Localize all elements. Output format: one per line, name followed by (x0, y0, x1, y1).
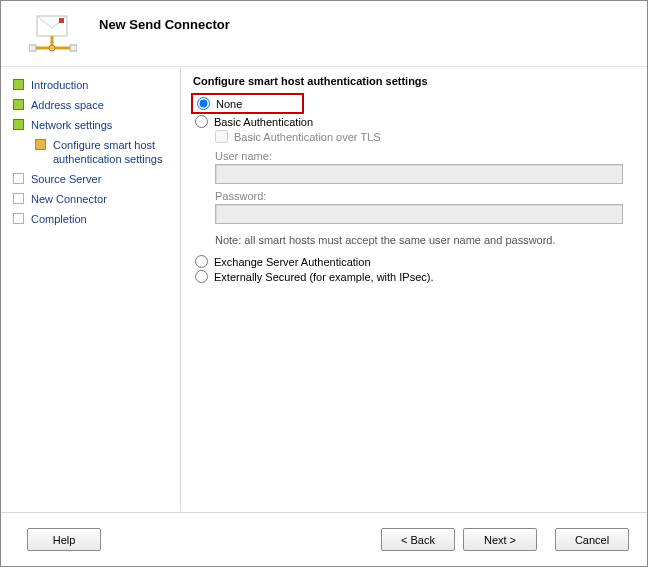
checkbox-basic-tls (215, 130, 228, 143)
mail-connector-icon (29, 14, 77, 58)
step-label: New Connector (31, 192, 107, 206)
wizard-steps-sidebar: Introduction Address space Network setti… (1, 67, 181, 511)
dialog-body: Introduction Address space Network setti… (1, 67, 647, 511)
wizard-dialog: New Send Connector Introduction Address … (0, 0, 648, 567)
svg-point-4 (49, 45, 55, 51)
option-basic-tls-row: Basic Authentication over TLS (193, 129, 633, 144)
dialog-title: New Send Connector (99, 15, 631, 32)
step-status-icon (35, 139, 46, 150)
svg-rect-6 (70, 45, 77, 51)
radio-none[interactable] (197, 97, 210, 110)
option-basic-row[interactable]: Basic Authentication (193, 114, 633, 129)
checkbox-basic-tls-label: Basic Authentication over TLS (234, 131, 381, 143)
step-status-icon (13, 119, 24, 130)
radio-exchange-auth-label: Exchange Server Authentication (214, 256, 371, 268)
step-status-icon (13, 173, 24, 184)
radio-exchange-auth[interactable] (195, 255, 208, 268)
username-label: User name: (215, 150, 633, 162)
help-button[interactable]: Help (27, 528, 101, 551)
step-label: Address space (31, 98, 104, 112)
step-smart-host-auth[interactable]: Configure smart host authentication sett… (13, 135, 174, 169)
password-input (215, 204, 623, 224)
step-completion[interactable]: Completion (13, 209, 174, 229)
step-status-icon (13, 79, 24, 90)
cancel-button[interactable]: Cancel (555, 528, 629, 551)
wizard-content: Configure smart host authentication sett… (181, 67, 647, 511)
radio-basic-auth[interactable] (195, 115, 208, 128)
step-address-space[interactable]: Address space (13, 95, 174, 115)
option-none-row[interactable]: None (195, 96, 242, 111)
option-external-row[interactable]: Externally Secured (for example, with IP… (193, 269, 633, 284)
password-label: Password: (215, 190, 633, 202)
step-status-icon (13, 193, 24, 204)
svg-rect-5 (29, 45, 36, 51)
section-title: Configure smart host authentication sett… (193, 75, 633, 87)
step-label: Configure smart host authentication sett… (53, 138, 174, 166)
step-label: Network settings (31, 118, 112, 132)
radio-external-secured-label: Externally Secured (for example, with IP… (214, 271, 433, 283)
highlight-none-option: None (191, 93, 304, 114)
username-input (215, 164, 623, 184)
step-source-server[interactable]: Source Server (13, 169, 174, 189)
radio-external-secured[interactable] (195, 270, 208, 283)
step-network-settings[interactable]: Network settings (13, 115, 174, 135)
auth-note: Note: all smart hosts must accept the sa… (193, 234, 633, 246)
next-button[interactable]: Next > (463, 528, 537, 551)
step-label: Completion (31, 212, 87, 226)
back-button[interactable]: < Back (381, 528, 455, 551)
radio-basic-auth-label: Basic Authentication (214, 116, 313, 128)
option-exchange-row[interactable]: Exchange Server Authentication (193, 254, 633, 269)
radio-none-label: None (216, 98, 242, 110)
step-label: Introduction (31, 78, 88, 92)
dialog-footer: Help < Back Next > Cancel (1, 512, 647, 566)
step-introduction[interactable]: Introduction (13, 75, 174, 95)
step-label: Source Server (31, 172, 101, 186)
step-new-connector[interactable]: New Connector (13, 189, 174, 209)
step-status-icon (13, 213, 24, 224)
svg-rect-1 (59, 18, 64, 23)
step-status-icon (13, 99, 24, 110)
dialog-header: New Send Connector (1, 1, 647, 67)
